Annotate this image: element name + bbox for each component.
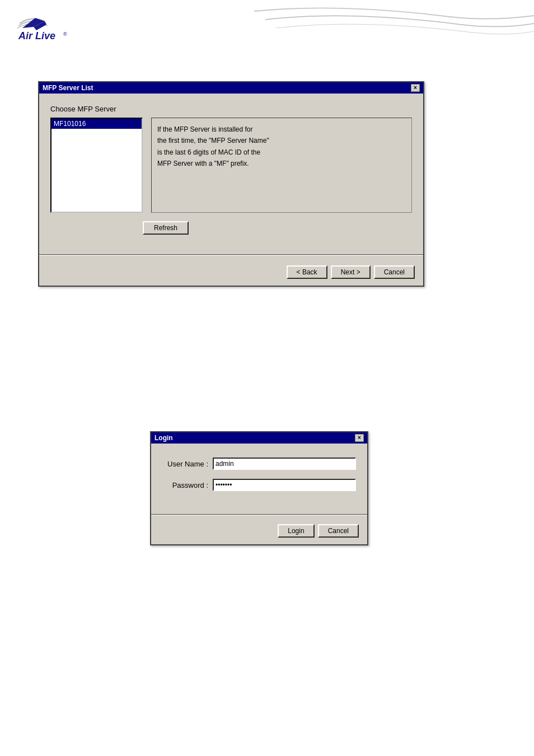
login-cancel-button[interactable]: Cancel bbox=[318, 524, 359, 538]
login-dialog-body: User Name : Password : bbox=[151, 444, 367, 508]
header: Air Live ® bbox=[0, 0, 534, 62]
back-button[interactable]: < Back bbox=[287, 265, 327, 279]
header-decoration bbox=[198, 0, 534, 62]
mfp-dialog-separator bbox=[39, 254, 423, 255]
password-field[interactable] bbox=[213, 479, 356, 491]
mfp-dialog-titlebar: MFP Server List × bbox=[39, 82, 423, 94]
refresh-button[interactable]: Refresh bbox=[143, 221, 189, 235]
cancel-button[interactable]: Cancel bbox=[374, 265, 415, 279]
login-dialog: Login × User Name : Password : Login Can… bbox=[150, 431, 368, 545]
svg-text:®: ® bbox=[63, 31, 67, 37]
mfp-server-list-dialog: MFP Server List × Choose MFP Server MF10… bbox=[38, 81, 424, 287]
login-dialog-footer: Login Cancel bbox=[151, 521, 367, 544]
login-button[interactable]: Login bbox=[278, 524, 314, 538]
mfp-info-box: If the MFP Server is installed for the f… bbox=[151, 118, 412, 213]
info-line-4: MFP Server with a "MF" prefix. bbox=[157, 158, 406, 169]
login-dialog-titlebar: Login × bbox=[151, 432, 367, 444]
login-dialog-close-button[interactable]: × bbox=[355, 434, 364, 442]
mfp-dialog-body: Choose MFP Server MF101016 If the MFP Se… bbox=[39, 94, 423, 249]
password-row: Password : bbox=[162, 479, 356, 491]
username-label: User Name : bbox=[162, 460, 213, 468]
svg-text:Air Live: Air Live bbox=[18, 30, 55, 41]
mfp-dialog-footer: < Back Next > Cancel bbox=[39, 261, 423, 286]
server-list-item[interactable]: MF101016 bbox=[51, 119, 142, 129]
mfp-content-row: MF101016 If the MFP Server is installed … bbox=[50, 118, 412, 213]
info-line-3: is the last 6 digits of MAC ID of the bbox=[157, 147, 406, 158]
username-field[interactable] bbox=[213, 458, 356, 470]
username-row: User Name : bbox=[162, 458, 356, 470]
mfp-dialog-title: MFP Server List bbox=[43, 84, 93, 92]
info-line-1: If the MFP Server is installed for bbox=[157, 124, 406, 135]
login-dialog-title: Login bbox=[154, 434, 173, 442]
info-line-2: the first time, the "MFP Server Name" bbox=[157, 135, 406, 146]
mfp-dialog-close-button[interactable]: × bbox=[411, 84, 420, 92]
choose-mfp-label: Choose MFP Server bbox=[50, 105, 412, 113]
login-dialog-separator bbox=[151, 514, 367, 515]
password-label: Password : bbox=[162, 481, 213, 489]
next-button[interactable]: Next > bbox=[331, 265, 371, 279]
logo-area: Air Live ® bbox=[11, 8, 101, 48]
airlive-logo: Air Live ® bbox=[11, 8, 101, 45]
server-list-box[interactable]: MF101016 bbox=[50, 118, 143, 213]
